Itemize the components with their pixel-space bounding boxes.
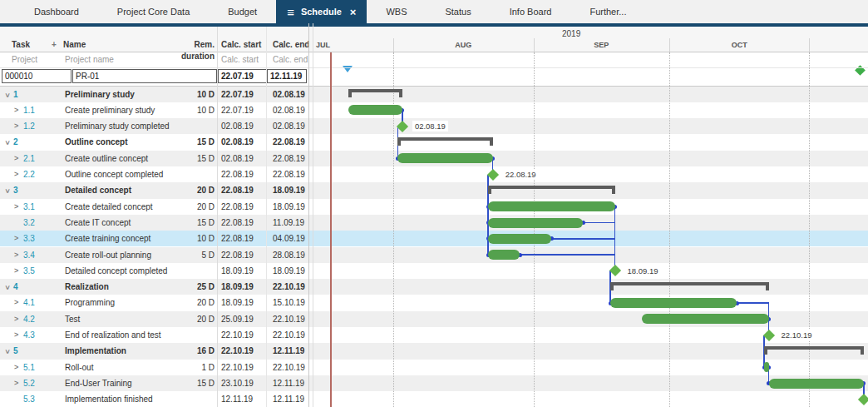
tab-label: Status [445, 7, 471, 17]
expand-chevron-icon[interactable]: > [14, 247, 18, 263]
tab-further[interactable]: Further... [570, 0, 645, 23]
expand-chevron-icon[interactable]: > [14, 166, 18, 182]
summary-bar[interactable] [348, 89, 402, 92]
expand-chevron-icon[interactable]: > [14, 327, 18, 343]
summary-bar-cap [766, 282, 769, 290]
task-calc-start: 22.08.19 [221, 215, 254, 231]
task-duration: 15 D [165, 215, 215, 231]
column-header-name[interactable]: Name [63, 39, 86, 51]
summary-bar[interactable] [488, 186, 614, 189]
tab-bar: DashboardProject Core DataBudget≡Schedul… [0, 0, 868, 23]
task-calc-start: 18.09.19 [221, 295, 254, 310]
task-bar[interactable] [610, 298, 737, 308]
task-name: Programming [65, 295, 115, 310]
task-number: 5.1 [23, 360, 35, 375]
task-bar[interactable] [642, 314, 768, 324]
task-name: Test [65, 311, 80, 327]
task-calc-end: 02.08.19 [273, 87, 305, 102]
tab-status[interactable]: Status [426, 0, 490, 23]
task-calc-end: 28.08.19 [273, 247, 305, 263]
task-calc-end: 04.09.19 [273, 231, 305, 246]
summary-bar-cap [488, 186, 491, 194]
column-header-end[interactable]: Calc. end [273, 39, 309, 51]
column-header-task[interactable]: Task [12, 39, 30, 51]
task-bar[interactable] [488, 234, 551, 244]
task-calc-start: 02.08.19 [221, 151, 254, 166]
expand-chevron-icon[interactable]: > [14, 295, 18, 310]
task-duration: 16 D [165, 343, 215, 359]
table-gantt-divider[interactable] [308, 23, 309, 407]
dependency-line [737, 302, 768, 304]
task-name: Create preliminary study [65, 102, 155, 118]
project-start-input[interactable] [218, 69, 267, 83]
task-number: 2.2 [23, 166, 35, 182]
table-row[interactable] [0, 343, 868, 359]
expand-chevron-icon[interactable]: > [14, 118, 18, 134]
filter-start: Calc. start [221, 54, 259, 66]
task-duration: 15 D [165, 134, 215, 150]
task-bar[interactable] [348, 105, 402, 115]
task-number: 4.2 [23, 311, 35, 327]
summary-bar-cap [399, 89, 402, 97]
close-tab-icon[interactable]: × [350, 7, 357, 17]
expand-chevron-icon[interactable]: > [14, 360, 18, 375]
expand-chevron-icon[interactable]: > [14, 375, 18, 391]
expand-chevron-icon[interactable]: > [14, 102, 18, 118]
tab-label: Schedule [301, 7, 342, 17]
milestone-date-label: 02.08.19 [412, 121, 448, 132]
add-column-icon[interactable]: + [52, 39, 57, 51]
menu-icon[interactable]: ≡ [287, 6, 294, 18]
tab-label: Info Board [510, 7, 552, 17]
task-number: 3.1 [23, 199, 35, 215]
task-duration: 15 D [165, 375, 215, 391]
expand-chevron-icon[interactable]: > [14, 311, 18, 327]
task-calc-end: 22.10.19 [273, 279, 305, 295]
task-bar[interactable] [769, 379, 864, 389]
task-duration: 10 D [165, 231, 215, 246]
task-calc-start: 22.08.19 [221, 231, 254, 246]
task-name: Roll-out [65, 360, 93, 375]
task-number: 3.2 [23, 215, 35, 231]
task-bar[interactable] [397, 153, 492, 163]
task-calc-start: 18.09.19 [221, 279, 254, 295]
today-line [330, 52, 332, 407]
tab-schedule[interactable]: ≡Schedule× [276, 0, 367, 23]
task-number: 3.4 [23, 247, 35, 263]
month-separator [809, 38, 810, 52]
summary-bar-cap [348, 89, 352, 97]
expand-chevron-icon[interactable]: > [14, 151, 18, 166]
summary-bar[interactable] [610, 282, 768, 285]
project-name-input[interactable] [72, 69, 217, 83]
task-duration: 20 D [165, 295, 215, 310]
summary-bar[interactable] [397, 137, 492, 141]
tab-budget[interactable]: Budget [209, 0, 276, 23]
table-row[interactable] [0, 360, 868, 375]
task-number: 2 [13, 134, 18, 150]
task-calc-end: 22.10.19 [273, 327, 305, 343]
task-number: 4.1 [23, 295, 35, 310]
tab-dashboard[interactable]: Dashboard [15, 0, 98, 23]
tab-wbs[interactable]: WBS [367, 0, 426, 23]
task-calc-end: 12.11.19 [273, 375, 304, 391]
expand-chevron-icon[interactable]: > [14, 231, 18, 246]
task-calc-start: 23.10.19 [221, 375, 254, 391]
task-calc-end: 22.10.19 [273, 360, 305, 375]
dependency-line [520, 254, 614, 256]
task-bar[interactable] [488, 218, 583, 228]
task-name: Detailed concept [65, 182, 131, 198]
tab-info-board[interactable]: Info Board [491, 0, 571, 23]
expand-chevron-icon[interactable]: > [14, 263, 18, 279]
task-bar[interactable] [488, 250, 520, 260]
project-end-input[interactable] [267, 69, 307, 83]
expand-chevron-icon[interactable]: > [14, 199, 18, 215]
project-id-input[interactable] [2, 69, 72, 83]
summary-bar[interactable] [764, 346, 864, 350]
task-bar[interactable] [764, 362, 768, 372]
task-name: Outline concept [65, 134, 128, 150]
column-header-duration[interactable]: Rem. duration [165, 39, 215, 51]
tab-project-core-data[interactable]: Project Core Data [98, 0, 209, 23]
filter-name: Project name [65, 54, 114, 66]
column-header-start[interactable]: Calc. start [221, 39, 261, 51]
task-bar[interactable] [488, 201, 614, 211]
project-row-divider [0, 86, 868, 87]
